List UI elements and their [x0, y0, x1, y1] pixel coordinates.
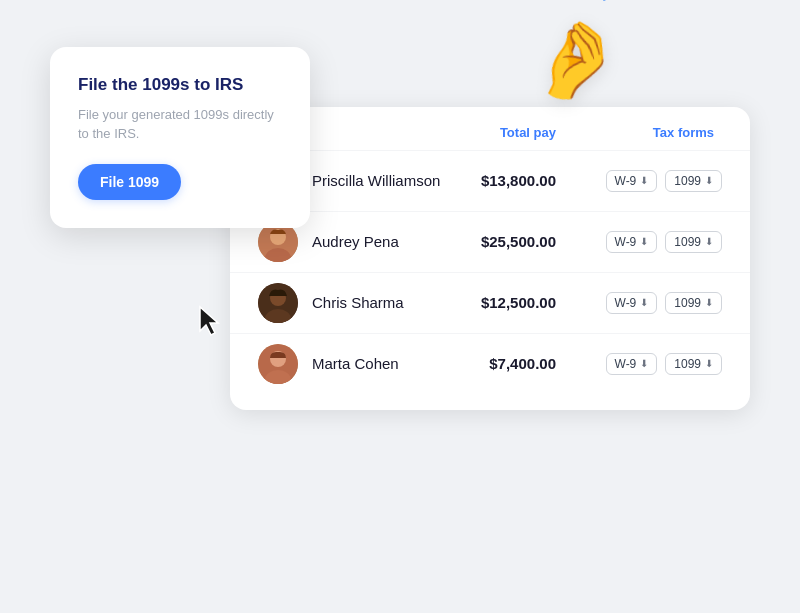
tax-forms: W-9 ⬇ 1099 ⬇ [572, 170, 722, 192]
download-icon: ⬇ [705, 175, 713, 186]
col-tax-header: Tax forms [572, 125, 722, 140]
file-1099-button[interactable]: File 1099 [78, 164, 181, 200]
person-name: Priscilla Williamson [312, 172, 442, 189]
scene: 🤌 File the 1099s to IRS File your genera… [50, 47, 750, 567]
cursor-arrow [198, 305, 226, 339]
avatar [258, 344, 298, 384]
popup-title: File the 1099s to IRS [78, 75, 282, 95]
avatar [258, 283, 298, 323]
download-icon: ⬇ [705, 236, 713, 247]
download-icon: ⬇ [640, 297, 648, 308]
download-icon: ⬇ [705, 358, 713, 369]
person-name: Chris Sharma [312, 294, 442, 311]
1099-button[interactable]: 1099 ⬇ [665, 292, 722, 314]
snap-line-2 [599, 0, 606, 1]
hand-emoji: 🤌 [523, 9, 626, 108]
popup-description: File your generated 1099s directly to th… [78, 105, 282, 144]
pay-amount: $25,500.00 [442, 233, 572, 250]
download-icon: ⬇ [640, 236, 648, 247]
w9-button[interactable]: W-9 ⬇ [606, 231, 658, 253]
person-name: Marta Cohen [312, 355, 442, 372]
w9-button[interactable]: W-9 ⬇ [606, 292, 658, 314]
table-row: Marta Cohen $7,400.00 W-9 ⬇ 1099 ⬇ [230, 333, 750, 394]
download-icon: ⬇ [705, 297, 713, 308]
download-icon: ⬇ [640, 358, 648, 369]
col-pay-header: Total pay [442, 125, 572, 140]
pay-amount: $12,500.00 [442, 294, 572, 311]
1099-button[interactable]: 1099 ⬇ [665, 353, 722, 375]
tax-forms: W-9 ⬇ 1099 ⬇ [572, 353, 722, 375]
person-name: Audrey Pena [312, 233, 442, 250]
download-icon: ⬇ [640, 175, 648, 186]
pay-amount: $7,400.00 [442, 355, 572, 372]
tax-forms: W-9 ⬇ 1099 ⬇ [572, 292, 722, 314]
w9-button[interactable]: W-9 ⬇ [606, 353, 658, 375]
pay-amount: $13,800.00 [442, 172, 572, 189]
1099-button[interactable]: 1099 ⬇ [665, 231, 722, 253]
tax-forms: W-9 ⬇ 1099 ⬇ [572, 231, 722, 253]
avatar [258, 222, 298, 262]
table-row: Chris Sharma $12,500.00 W-9 ⬇ 1099 ⬇ [230, 272, 750, 333]
popup-card: File the 1099s to IRS File your generate… [50, 47, 310, 228]
snap-lines [591, 0, 614, 2]
1099-button[interactable]: 1099 ⬇ [665, 170, 722, 192]
w9-button[interactable]: W-9 ⬇ [606, 170, 658, 192]
